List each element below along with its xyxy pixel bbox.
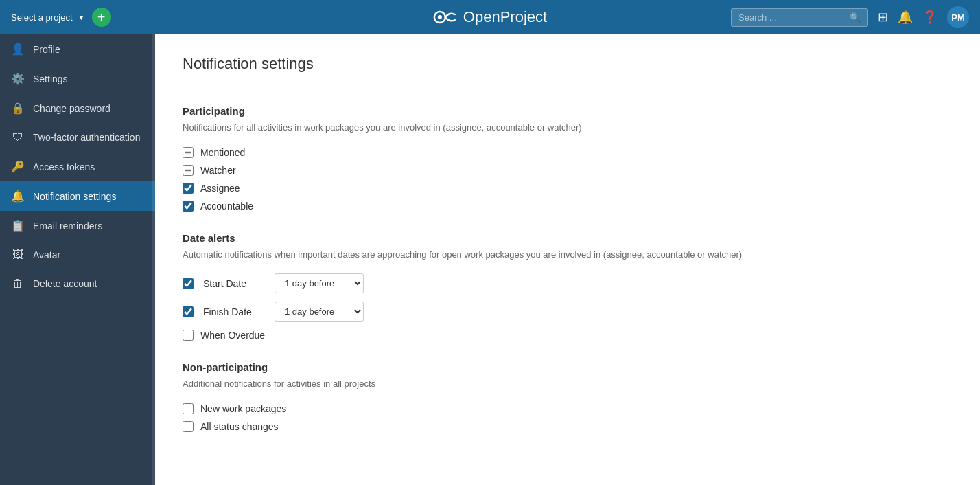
change-password-icon: 🔒 [11,102,25,115]
sidebar-item-label: Notification settings [33,191,116,202]
select-project-label: Select a project [11,12,73,23]
checkbox-row-when-overdue: When Overdue [183,330,953,341]
date-alert-row-finish-date: Finish Date1 day before2 days before3 da… [183,302,953,322]
checkbox-row-all-status-changes: All status changes [183,421,953,432]
date-alerts-title: Date alerts [183,232,953,244]
label-finish-date: Finish Date [203,306,265,317]
notification-settings-icon: 🔔 [11,190,25,203]
sidebar-item-label: Change password [33,103,110,114]
sidebar-item-avatar[interactable]: 🖼 Avatar [0,240,155,269]
participating-section: Participating Notifications for all acti… [183,105,953,212]
label-when-overdue: When Overdue [200,330,265,341]
select-start-date[interactable]: 1 day before2 days before3 days before1 … [275,273,364,293]
two-factor-icon: 🛡 [11,131,25,144]
checkbox-label-watcher: Watcher [200,165,236,176]
non-participating-desc: Additional notifications for activities … [183,377,953,391]
page-title: Notification settings [183,55,953,84]
search-icon: 🔍 [850,12,861,23]
non-participating-title: Non-participating [183,361,953,373]
email-reminders-icon: 📋 [11,219,25,232]
app-logo: OpenProject [433,8,547,27]
sidebar-item-email-reminders[interactable]: 📋 Email reminders [0,211,155,240]
participating-desc: Notifications for all activities in work… [183,121,953,135]
settings-icon: ⚙️ [11,72,25,85]
checkbox-all-status-changes[interactable] [183,421,194,432]
checkbox-label-all-status-changes: All status changes [200,421,279,432]
checkbox-new-work-packages[interactable] [183,403,194,414]
checkbox-start-date[interactable] [183,278,194,289]
sidebar-item-label: Two-factor authentication [33,132,140,143]
date-alert-row-start-date: Start Date1 day before2 days before3 day… [183,273,953,293]
main-content: Notification settings Participating Noti… [155,34,980,485]
checkbox-row-assignee: Assignee [183,183,953,194]
logo-icon [433,8,458,27]
non-participating-section: Non-participating Additional notificatio… [183,361,953,432]
svg-point-1 [438,15,442,19]
topbar: Select a project ▼ + OpenProject 🔍 ⊞ 🔔 ❓… [0,0,980,34]
sidebar-item-profile[interactable]: 👤 Profile [0,34,155,64]
checkbox-finish-date[interactable] [183,306,194,317]
sidebar-item-settings[interactable]: ⚙️ Settings [0,64,155,93]
sidebar-item-label: Avatar [33,249,60,260]
select-project[interactable]: Select a project ▼ [11,12,85,23]
date-alerts-desc: Automatic notifications when important d… [183,248,953,262]
main-layout: 👤 Profile ⚙️ Settings 🔒 Change password … [0,34,980,485]
add-project-button[interactable]: + [92,8,111,27]
topbar-right: 🔍 ⊞ 🔔 ❓ PM [731,6,969,28]
search-input[interactable] [738,12,845,23]
grid-icon[interactable]: ⊞ [878,10,888,25]
profile-icon: 👤 [11,43,25,56]
participating-title: Participating [183,105,953,117]
notifications-icon[interactable]: 🔔 [898,10,913,25]
checkbox-row-accountable: Accountable [183,201,953,212]
search-box[interactable]: 🔍 [731,8,868,27]
checkbox-label-new-work-packages: New work packages [200,403,286,414]
avatar-icon: 🖼 [11,249,25,261]
sidebar-item-label: Delete account [33,278,97,289]
checkbox-when-overdue[interactable] [183,330,194,341]
sidebar-item-label: Access tokens [33,161,95,172]
sidebar-item-change-password[interactable]: 🔒 Change password [0,93,155,123]
checkbox-label-assignee: Assignee [200,183,240,194]
checkbox-mentioned[interactable] [183,147,194,158]
delete-account-icon: 🗑 [11,278,25,290]
sidebar: 👤 Profile ⚙️ Settings 🔒 Change password … [0,34,155,485]
sidebar-resize-handle[interactable] [152,34,155,485]
checkbox-row-new-work-packages: New work packages [183,403,953,414]
select-finish-date[interactable]: 1 day before2 days before3 days before1 … [275,302,364,322]
sidebar-item-two-factor[interactable]: 🛡 Two-factor authentication [0,123,155,152]
sidebar-item-label: Email reminders [33,221,102,232]
checkbox-label-accountable: Accountable [200,201,253,212]
sidebar-item-notification-settings[interactable]: 🔔 Notification settings [0,181,155,211]
sidebar-item-label: Settings [33,74,68,84]
checkbox-accountable[interactable] [183,201,194,212]
checkbox-assignee[interactable] [183,183,194,194]
sidebar-item-access-tokens[interactable]: 🔑 Access tokens [0,152,155,181]
dropdown-arrow-icon: ▼ [78,14,85,21]
checkbox-row-watcher: Watcher [183,165,953,176]
help-icon[interactable]: ❓ [922,10,937,25]
checkbox-row-mentioned: Mentioned [183,147,953,158]
label-start-date: Start Date [203,278,265,289]
sidebar-item-delete-account[interactable]: 🗑 Delete account [0,269,155,298]
user-avatar[interactable]: PM [947,6,969,28]
access-tokens-icon: 🔑 [11,160,25,173]
date-alerts-section: Date alerts Automatic notifications when… [183,232,953,341]
sidebar-item-label: Profile [33,44,60,55]
checkbox-watcher[interactable] [183,165,194,176]
app-name: OpenProject [463,8,547,26]
checkbox-label-mentioned: Mentioned [200,147,245,158]
